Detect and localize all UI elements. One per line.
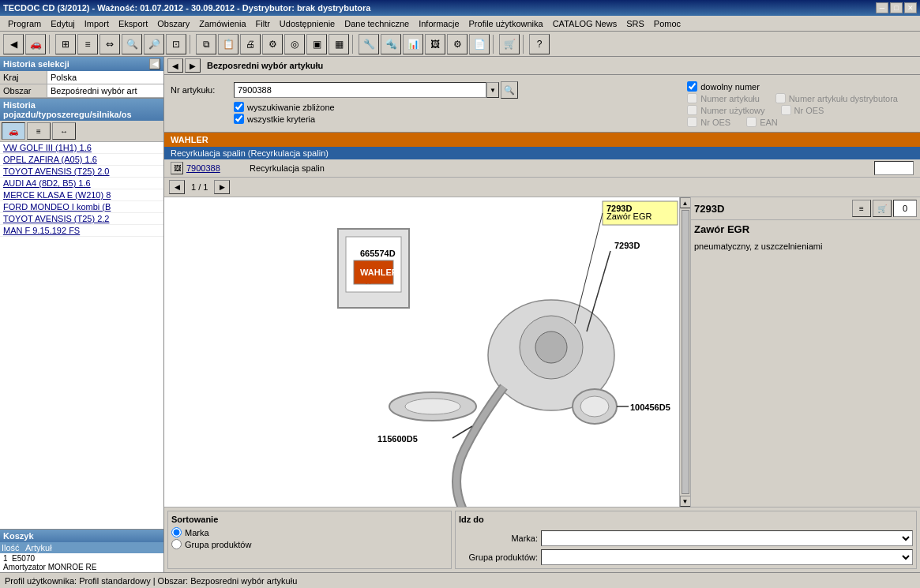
toolbar-filter-btn[interactable]: ⊡ [166,34,186,54]
close-button[interactable]: ✕ [904,2,917,13]
toolbar-doc-btn[interactable]: 📄 [469,34,490,54]
sidebar-list-btn[interactable]: ≡ [852,200,871,217]
results-art-num[interactable]: 7900388 [186,163,250,173]
toolbar-img-btn[interactable]: 🖼 [425,34,445,54]
svg-text:7293D: 7293D [614,241,640,250]
toolbar-settings-btn[interactable]: ⚙ [262,34,283,54]
vehicle-item-6[interactable]: TOYOT AVENSIS (T25) 2.2 [0,213,163,225]
nav-fwd-btn[interactable]: ▶ [185,58,201,73]
sort-left: Sortowanie Marka Grupa produktów [167,511,452,569]
sort-grupa-radio[interactable] [171,539,182,549]
vehicle-item-0[interactable]: VW GOLF III (1H1) 1.6 [0,142,163,154]
historia-pojazdu-panel: Historia pojazdu/typoszeregu/silnika/os … [0,99,163,529]
cb-wszystkie-label: wszystkie kryteria [247,114,315,124]
icon-arrow-btn[interactable]: ↔ [52,122,76,140]
toolbar-grid-btn[interactable]: ⊞ [55,34,76,54]
cb-numer-uzyt[interactable] [687,105,697,115]
page-prev-btn[interactable]: ◀ [169,180,185,194]
cb-numer-dystrybutora[interactable] [775,93,786,103]
sort-area: Sortowanie Marka Grupa produktów Idz do … [164,507,920,572]
article-number-input[interactable] [234,82,486,98]
cb-zblizone[interactable] [234,102,244,112]
toolbar-cart-btn[interactable]: 🛒 [499,34,520,54]
toolbar-search-btn[interactable]: 🔍 [122,34,142,54]
toolbar-chart-btn[interactable]: 📊 [403,34,423,54]
menu-dane-techniczne[interactable]: Dane techniczne [340,17,414,30]
vehicle-item-4[interactable]: MERCE KLASA E (W210) 8 [0,189,163,201]
idz-grupa-select[interactable] [541,549,913,565]
icon-list-btn[interactable]: ≡ [27,122,51,140]
cb-dowolny-numer[interactable] [687,81,697,92]
menu-eksport[interactable]: Eksport [114,17,152,30]
vehicle-item-1[interactable]: OPEL ZAFIRA (A05) 1.6 [0,154,163,166]
vehicle-item-7[interactable]: MAN F 9.15.192 FS [0,225,163,237]
koszyk-row-0[interactable]: 1 E5070 Amortyzator MONROE RE [0,553,163,572]
toolbar-zoom-btn[interactable]: 🔎 [144,34,164,54]
svg-text:Zawór EGR: Zawór EGR [606,212,652,221]
cb-numer-artykulu[interactable] [687,93,697,103]
menu-program[interactable]: Program [3,17,46,30]
icon-car-btn[interactable]: 🚗 [2,122,25,140]
menu-informacje[interactable]: Informacje [414,17,464,30]
toolbar-car-btn[interactable]: 🚗 [25,34,46,54]
vehicle-item-5[interactable]: FORD MONDEO I kombi (B [0,201,163,213]
vehicle-item-3[interactable]: AUDI A4 (8D2, B5) 1.6 [0,178,163,189]
sidebar-qty-input[interactable] [893,200,917,217]
menu-zamowienia[interactable]: Zamówienia [194,17,250,30]
results-desc: Recyrkulacja spalin [250,163,866,173]
menu-edytuj[interactable]: Edytuj [46,17,80,30]
toolbar-paste-btn[interactable]: 📋 [218,34,238,54]
svg-point-10 [405,399,460,414]
toolbar-list-btn[interactable]: ≡ [77,34,98,54]
page-next-btn[interactable]: ▶ [214,180,230,194]
diagram-scrollbar[interactable]: ▲ ▼ [679,197,690,507]
toolbar-tool2-btn[interactable]: 🔩 [381,34,401,54]
idz-marka-select[interactable] [541,530,913,546]
title-bar: TECDOC CD (3/2012) - Ważność: 01.07.2012… [0,0,920,16]
sort-marka-radio[interactable] [171,527,182,537]
cb-wszystkie[interactable] [234,114,244,124]
maximize-button[interactable]: □ [890,2,903,13]
selekcji-value-kraj: Polska [47,71,163,84]
selekcji-row-kraj: Kraj Polska [0,71,163,84]
vehicle-item-2[interactable]: TOYOT AVENSIS (T25) 2.0 [0,166,163,178]
sort-grupa-label: Grupa produktów [185,540,251,549]
historia-selekcji-collapse-btn[interactable]: ◀ [149,58,160,69]
toolbar-print-btn[interactable]: 🖨 [240,34,261,54]
minimize-button[interactable]: ─ [876,2,888,13]
toolbar-copy-btn[interactable]: ⧉ [196,34,216,54]
toolbar-box1-btn[interactable]: ▣ [306,34,327,54]
svg-text:100456D5: 100456D5 [630,403,670,412]
cb-nroes2[interactable] [781,105,791,115]
toolbar-cog2-btn[interactable]: ⚙ [447,34,468,54]
toolbar-wheel-btn[interactable]: ◎ [284,34,305,54]
menu-profile[interactable]: Profile użytkownika [464,17,548,30]
menu-srs[interactable]: SRS [621,17,649,30]
results-qty-input[interactable] [874,161,914,175]
toolbar-box2-btn[interactable]: ▦ [329,34,349,54]
menu-udostepnienie[interactable]: Udostępnienie [275,17,340,30]
results-subheader-text: Recyrkulacja spalin (Recyrkulacja spalin… [171,148,329,158]
cb-nroes[interactable] [687,117,697,127]
menu-obszary[interactable]: Obszary [152,17,194,30]
cb-ean[interactable] [746,117,757,127]
toolbar-nav-btn[interactable]: ⇔ [100,34,120,54]
toolbar-help-btn[interactable]: ? [529,34,550,54]
menu-pomoc[interactable]: Pomoc [649,17,685,30]
diagram-canvas[interactable]: 665574D WAHLER W [164,197,691,507]
menu-filtr[interactable]: Filtr [251,17,275,30]
selekcji-table: Kraj Polska Obszar Bezpośredni wybór art [0,71,163,98]
sidebar-cart-btn[interactable]: 🛒 [873,200,892,217]
nav-back-btn[interactable]: ◀ [167,58,183,73]
results-row-icon[interactable]: 🖼 [171,162,183,174]
menu-catalog-news[interactable]: CATALOG News [548,17,622,30]
toolbar-back-btn[interactable]: ◀ [3,34,24,54]
nav-title: Bezposredni wybór artykułu [202,59,328,72]
article-search-btn[interactable]: 🔍 [501,81,518,99]
article-dropdown-btn[interactable]: ▼ [486,82,499,98]
svg-text:W: W [364,276,373,286]
koszyk-table-header: Ilość Artykuł [0,542,163,553]
idz-marka-row: Marka: [459,530,913,546]
menu-import[interactable]: Import [80,17,114,30]
toolbar-wrench-btn[interactable]: 🔧 [359,34,379,54]
